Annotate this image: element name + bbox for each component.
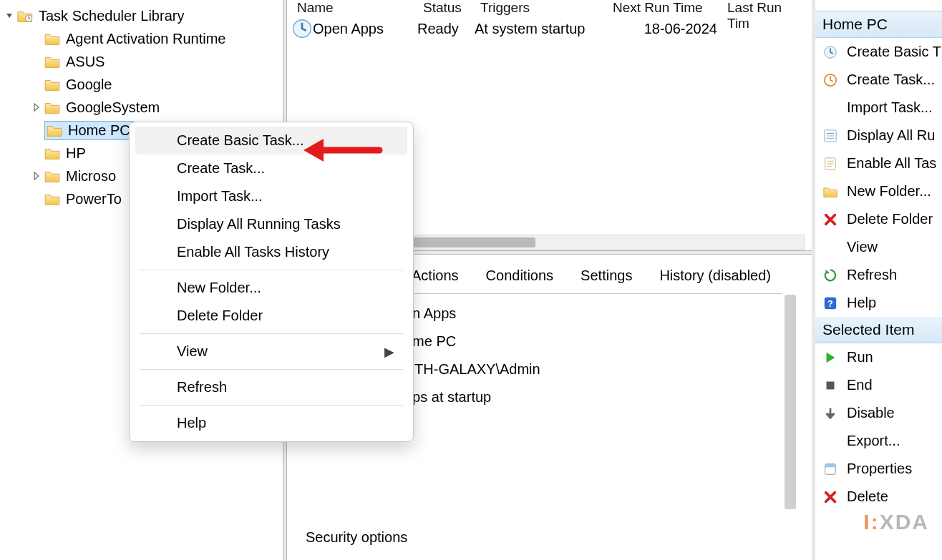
chevron-right-icon: ▶: [384, 344, 394, 360]
tree-label: Home PC: [68, 122, 130, 139]
cm-refresh[interactable]: Refresh: [135, 373, 407, 401]
tree-label: Microso: [66, 168, 116, 185]
actions-pane: Home PC Create Basic T Create Task... Im…: [812, 0, 942, 560]
ap-disable[interactable]: Disable: [815, 399, 942, 427]
tree-label: HP: [66, 145, 86, 162]
watermark: I:XDA: [863, 510, 929, 534]
detail-tabs: Actions Conditions Settings History (dis…: [404, 265, 778, 287]
down-arrow-icon: [822, 406, 838, 421]
cm-display-running[interactable]: Display All Running Tasks: [135, 210, 407, 238]
stop-icon: [822, 378, 838, 393]
cm-import-task[interactable]: Import Task...: [135, 182, 407, 210]
cm-separator: [140, 270, 403, 270]
task-triggers: At system startup: [475, 21, 607, 37]
folder-icon: [47, 124, 62, 137]
wm-c: DA: [895, 510, 929, 534]
detail-author: RTH-GALAXY\Admin: [397, 355, 782, 383]
ap-delete[interactable]: Delete: [815, 483, 942, 511]
task-clock-icon: [291, 18, 313, 39]
context-menu: Create Basic Task... Create Task... Impo…: [129, 122, 414, 442]
note-icon: [822, 156, 838, 172]
x-red-icon: [822, 212, 838, 227]
actions-section-selected: Selected Item: [815, 317, 942, 343]
ap-create-basic-task[interactable]: Create Basic T: [815, 38, 942, 66]
folder-icon: [44, 32, 60, 45]
folder-icon: [44, 78, 60, 91]
tree-label: Google: [66, 77, 112, 93]
cm-enable-history[interactable]: Enable All Tasks History: [135, 238, 407, 266]
ap-help[interactable]: Help: [815, 289, 942, 317]
security-heading: Security options: [306, 529, 407, 546]
cm-view[interactable]: View▶: [135, 338, 407, 365]
ap-label: Display All Ru: [847, 127, 935, 144]
tree-root-label: Task Scheduler Library: [39, 8, 184, 24]
task-clock-icon: [822, 44, 838, 60]
col-name[interactable]: Name: [291, 0, 417, 16]
properties-icon: [822, 461, 838, 477]
tree-label: Agent Activation Runtime: [66, 31, 225, 47]
detail-general: en Apps ome PC RTH-GALAXY\Admin pps at s…: [397, 293, 782, 560]
tab-conditions[interactable]: Conditions: [479, 265, 561, 287]
caret-open-icon[interactable]: [3, 9, 16, 22]
ap-end[interactable]: End: [815, 371, 942, 399]
folder-icon: [44, 170, 60, 182]
task-status: Ready: [417, 21, 475, 37]
caret-closed-icon[interactable]: [30, 170, 43, 182]
col-triggers[interactable]: Triggers: [475, 0, 607, 16]
cm-help[interactable]: Help: [135, 409, 407, 437]
task-name: Open Apps: [313, 21, 384, 37]
clock-icon: [822, 72, 838, 88]
tab-history[interactable]: History (disabled): [652, 265, 778, 287]
tree-root[interactable]: Task Scheduler Library: [0, 4, 283, 27]
folder-icon: [44, 192, 60, 205]
ap-label: End: [847, 377, 873, 393]
col-last-run[interactable]: Last Run Tim: [722, 0, 812, 16]
cm-new-folder[interactable]: New Folder...: [135, 274, 407, 302]
ap-delete-folder[interactable]: Delete Folder: [815, 205, 942, 233]
caret-spacer: [30, 192, 43, 205]
help-icon: [822, 295, 838, 311]
tab-settings[interactable]: Settings: [573, 265, 639, 287]
caret-closed-icon[interactable]: [30, 101, 43, 114]
tree-item-googlesystem[interactable]: GoogleSystem: [0, 96, 283, 119]
cm-delete-folder[interactable]: Delete Folder: [135, 302, 407, 330]
ap-create-task[interactable]: Create Task...: [815, 66, 942, 94]
caret-spacer: [30, 55, 43, 68]
ap-label: View: [847, 239, 878, 255]
ap-label: Refresh: [847, 267, 897, 283]
wm-b: X: [880, 510, 895, 534]
tree-label: ASUS: [66, 54, 105, 70]
list-icon: [822, 128, 838, 144]
task-next-run: 18-06-2024: [607, 21, 722, 37]
ap-label: Import Task...: [847, 99, 933, 116]
ap-refresh[interactable]: Refresh: [815, 261, 942, 289]
ap-run[interactable]: Run: [815, 343, 942, 371]
detail-location: ome PC: [397, 328, 782, 355]
cm-view-label: View: [177, 343, 208, 359]
ap-new-folder[interactable]: New Folder...: [815, 177, 942, 205]
tree-item-agent-activation-runtime[interactable]: Agent Activation Runtime: [0, 27, 283, 50]
folder-icon: [44, 147, 60, 159]
ap-import-task[interactable]: Import Task...: [815, 94, 942, 122]
cm-separator: [140, 333, 403, 334]
col-next-run[interactable]: Next Run Time: [607, 0, 722, 16]
col-status[interactable]: Status: [417, 0, 475, 16]
ap-label: Create Task...: [847, 72, 935, 88]
tree-item-google[interactable]: Google: [0, 73, 283, 96]
ap-label: Run: [847, 349, 873, 365]
tree-label: PowerTo: [66, 191, 122, 207]
refresh-icon: [822, 267, 838, 283]
ap-export[interactable]: Export...: [815, 427, 942, 455]
folder-icon: [822, 184, 838, 200]
ap-enable-history[interactable]: Enable All Tas: [815, 149, 942, 177]
tree-item-asus[interactable]: ASUS: [0, 50, 283, 73]
vertical-scrollbar[interactable]: [785, 295, 796, 509]
tree-label: GoogleSystem: [66, 99, 160, 116]
ap-display-running[interactable]: Display All Ru: [815, 122, 942, 149]
ap-label: Properties: [847, 461, 912, 477]
ap-properties[interactable]: Properties: [815, 455, 942, 483]
caret-spacer: [30, 147, 43, 159]
detail-name: en Apps: [397, 300, 782, 328]
ap-view[interactable]: View: [815, 233, 942, 261]
caret-spacer: [30, 32, 43, 45]
